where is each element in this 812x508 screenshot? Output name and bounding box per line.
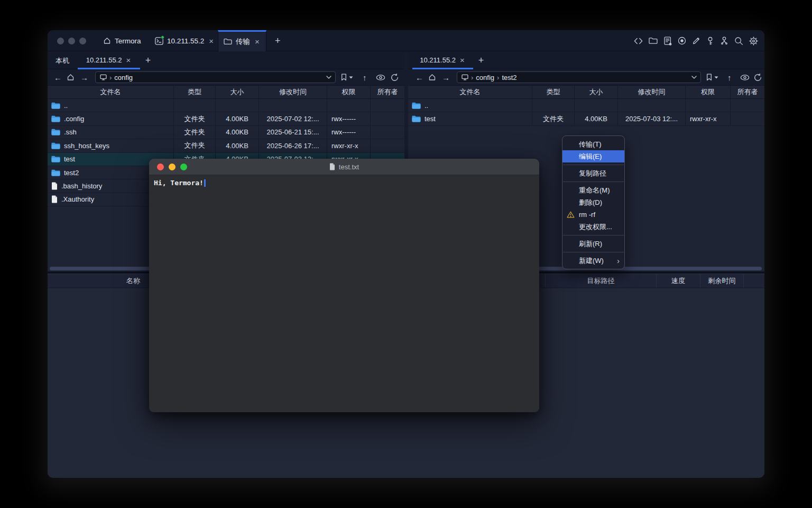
right-table-header[interactable]: 文件名 类型 大小 修改时间 权限 所有者 — [408, 85, 764, 99]
menu-item-change-permissions[interactable]: 更改权限... — [562, 221, 624, 233]
path-bar[interactable]: › config › test2 — [457, 71, 701, 83]
column-header[interactable]: 权限 — [686, 86, 731, 98]
editor-content[interactable]: Hi, Termora! — [149, 175, 539, 412]
left-table-header[interactable]: 文件名 类型 大小 修改时间 权限 所有者 — [48, 85, 404, 99]
folder-icon[interactable] — [649, 37, 658, 44]
table-row[interactable]: .. — [48, 99, 404, 112]
menu-item-rm-rf[interactable]: rm -rf — [562, 208, 624, 221]
tab-label: 传输 — [236, 37, 250, 47]
path-separator: › — [471, 74, 473, 81]
bookmark-caret-icon[interactable] — [714, 76, 718, 79]
folder-icon — [412, 115, 421, 122]
path-segment[interactable]: test2 — [502, 74, 516, 81]
menu-item-copy-path[interactable]: 复制路径 — [562, 167, 624, 179]
column-header[interactable]: 大小 — [575, 86, 618, 98]
column-header[interactable]: 类型 — [174, 86, 216, 98]
column-header[interactable]: 剩余时间 — [700, 274, 744, 287]
left-new-tab-button[interactable]: + — [143, 52, 153, 69]
close-icon[interactable]: × — [459, 56, 466, 64]
menu-item-delete[interactable]: 删除(D) — [562, 196, 624, 208]
home-button[interactable] — [67, 74, 75, 81]
refresh-button[interactable] — [391, 74, 399, 81]
file-name: .bash_history — [61, 182, 102, 190]
path-segment[interactable]: config — [114, 74, 133, 81]
menu-item-refresh[interactable]: 刷新(R) — [562, 238, 624, 250]
path-separator: › — [497, 74, 499, 81]
tab-transfer[interactable]: 传输 × — [218, 30, 266, 51]
log-icon[interactable] — [663, 37, 672, 46]
show-hidden-button[interactable] — [740, 75, 750, 80]
code-icon[interactable] — [634, 37, 643, 45]
forward-button[interactable]: → — [442, 69, 450, 85]
key-icon[interactable] — [706, 37, 714, 46]
tab-remote-host[interactable]: 10.211.55.2 × — [412, 52, 473, 69]
table-row[interactable]: test 文件夹 4.00KB 2025-07-03 12:... rwxr-x… — [408, 112, 764, 125]
close-icon[interactable]: × — [254, 38, 261, 46]
bookmark-button[interactable] — [706, 74, 712, 81]
chevron-down-icon[interactable] — [691, 76, 697, 79]
column-header[interactable]: 修改时间 — [259, 86, 327, 98]
path-segment[interactable]: config — [476, 74, 494, 81]
editor-text: Hi, Termora! — [154, 179, 204, 187]
tab-termora[interactable]: Termora — [98, 30, 146, 51]
table-row[interactable]: .. — [408, 99, 764, 112]
home-button[interactable] — [428, 74, 436, 81]
table-row[interactable]: ssh_host_keys 文件夹 4.00KB 2025-06-26 17:.… — [48, 139, 404, 152]
computer-icon — [100, 74, 107, 80]
column-header[interactable]: 修改时间 — [618, 86, 686, 98]
pencil-icon[interactable] — [692, 37, 700, 45]
editor-close-button[interactable] — [157, 164, 164, 170]
terminal-icon — [155, 37, 163, 45]
column-header[interactable] — [744, 274, 764, 287]
bookmark-caret-icon[interactable] — [349, 76, 353, 79]
back-button[interactable]: ← — [54, 69, 62, 85]
close-window-button[interactable] — [57, 38, 64, 44]
upload-button[interactable]: ↑ — [727, 69, 732, 85]
record-icon[interactable] — [678, 37, 686, 45]
bookmark-button[interactable] — [341, 74, 347, 81]
column-header[interactable]: 大小 — [216, 86, 259, 98]
chevron-down-icon[interactable] — [326, 76, 331, 79]
tab-remote-host[interactable]: 10.211.55.2 × — [78, 52, 140, 69]
new-tab-button[interactable]: + — [270, 30, 286, 51]
settings-icon[interactable] — [749, 37, 758, 46]
upload-button[interactable]: ↑ — [363, 69, 367, 85]
editor-minimize-button[interactable] — [169, 164, 176, 170]
show-hidden-button[interactable] — [376, 75, 385, 80]
table-row[interactable]: .config 文件夹 4.00KB 2025-07-02 12:... rwx… — [48, 112, 404, 125]
minimize-window-button[interactable] — [68, 38, 75, 44]
tab-label: 10.211.55.2 — [86, 56, 122, 64]
column-header[interactable]: 文件名 — [48, 86, 174, 98]
menu-item-transfer[interactable]: 传输(T) — [562, 138, 624, 150]
folder-icon — [412, 102, 421, 109]
keys-icon[interactable] — [720, 37, 728, 45]
column-header[interactable]: 目标路径 — [546, 274, 657, 287]
back-button[interactable]: ← — [416, 69, 423, 85]
menu-item-new[interactable]: 新建(W) › — [562, 255, 624, 267]
path-bar[interactable]: › config — [95, 71, 336, 83]
file-name: ssh_host_keys — [64, 142, 109, 150]
column-header[interactable]: 所有者 — [371, 86, 404, 98]
right-new-tab-button[interactable]: + — [476, 52, 486, 69]
forward-button[interactable]: → — [80, 69, 88, 85]
editor-titlebar[interactable]: test.txt — [149, 159, 539, 175]
column-header[interactable]: 速度 — [657, 274, 700, 287]
menu-item-rename[interactable]: 重命名(M) — [562, 184, 624, 196]
submenu-arrow-icon: › — [617, 257, 620, 265]
search-icon[interactable] — [734, 37, 743, 46]
editor-zoom-button[interactable] — [180, 164, 187, 170]
close-icon[interactable]: × — [125, 56, 132, 64]
left-toolbar: ← → › config — [48, 69, 404, 85]
tab-local[interactable]: 本机 — [50, 52, 75, 69]
close-icon[interactable]: × — [208, 37, 215, 45]
table-row[interactable]: .ssh 文件夹 4.00KB 2025-06-21 15:... rwx---… — [48, 126, 404, 139]
zoom-window-button[interactable] — [79, 38, 86, 44]
refresh-button[interactable] — [754, 74, 762, 81]
menu-item-edit[interactable]: 编辑(E) — [562, 150, 624, 162]
column-header[interactable]: 文件名 — [408, 86, 532, 98]
column-header[interactable]: 类型 — [532, 86, 575, 98]
tab-label: 10.211.55.2 — [167, 37, 204, 45]
tab-host-session[interactable]: 10.211.55.2 × — [150, 30, 220, 51]
column-header[interactable]: 权限 — [327, 86, 371, 98]
column-header[interactable]: 所有者 — [731, 86, 764, 98]
